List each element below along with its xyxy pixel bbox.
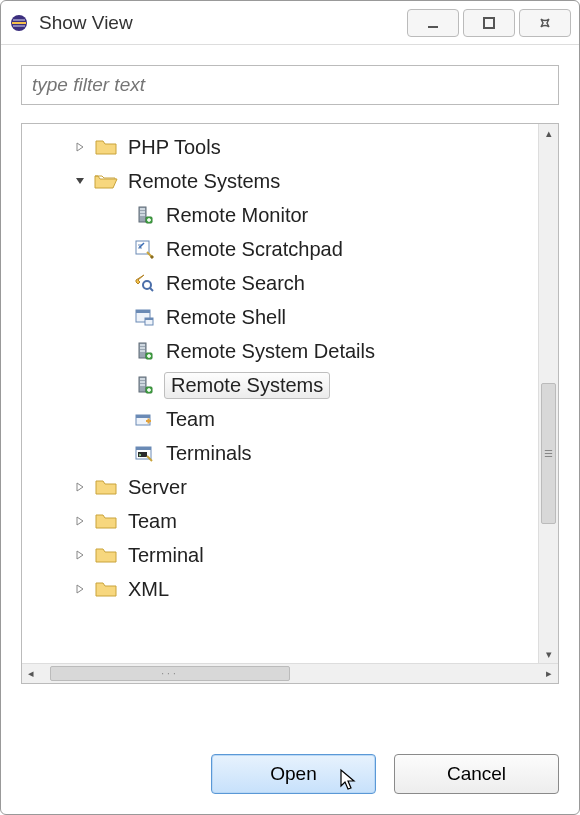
folder-icon bbox=[94, 137, 118, 157]
tree-item-label: Remote Systems bbox=[126, 169, 282, 194]
svg-rect-26 bbox=[140, 384, 145, 386]
tree-item-label: Server bbox=[126, 475, 189, 500]
expand-icon[interactable] bbox=[72, 139, 88, 155]
tree-item-label: PHP Tools bbox=[126, 135, 223, 160]
tree-item[interactable]: Remote Monitor bbox=[22, 198, 558, 232]
tree-item[interactable]: XML bbox=[22, 572, 558, 606]
vertical-scroll-thumb[interactable]: ☰ bbox=[541, 383, 556, 524]
server-icon bbox=[132, 205, 156, 225]
svg-rect-21 bbox=[140, 350, 145, 352]
scroll-left-arrow-icon[interactable]: ◂ bbox=[22, 665, 40, 683]
svg-rect-9 bbox=[140, 214, 145, 216]
svg-rect-19 bbox=[140, 344, 145, 346]
expand-icon[interactable] bbox=[72, 479, 88, 495]
dialog-content: PHP ToolsRemote SystemsRemote MonitorRem… bbox=[1, 45, 579, 814]
team-icon bbox=[132, 409, 156, 429]
tree-item[interactable]: Remote System Details bbox=[22, 334, 558, 368]
tree-item[interactable]: Team bbox=[22, 504, 558, 538]
svg-rect-5 bbox=[484, 18, 494, 28]
filter-input[interactable] bbox=[21, 65, 559, 105]
tree-item[interactable]: Remote Systems bbox=[22, 368, 558, 402]
tree-item-label: Remote Systems bbox=[164, 372, 330, 399]
expand-icon[interactable] bbox=[72, 547, 88, 563]
svg-rect-20 bbox=[140, 347, 145, 349]
button-bar: Open Cancel bbox=[21, 754, 559, 794]
tree-container: PHP ToolsRemote SystemsRemote MonitorRem… bbox=[21, 123, 559, 684]
tree-item-label: Remote System Details bbox=[164, 339, 377, 364]
search-icon bbox=[132, 273, 156, 293]
svg-rect-3 bbox=[13, 25, 25, 26]
tree-item-label: Terminal bbox=[126, 543, 206, 568]
svg-rect-1 bbox=[12, 22, 26, 24]
tree-item-label: Remote Scratchpad bbox=[164, 237, 345, 262]
svg-rect-17 bbox=[145, 318, 153, 320]
scroll-down-arrow-icon[interactable]: ▾ bbox=[540, 645, 558, 663]
tree-item-label: XML bbox=[126, 577, 171, 602]
dialog-title: Show View bbox=[39, 12, 403, 34]
svg-point-12 bbox=[139, 246, 141, 248]
collapse-icon[interactable] bbox=[72, 173, 88, 189]
maximize-button[interactable] bbox=[463, 9, 515, 37]
svg-rect-24 bbox=[140, 378, 145, 380]
folder-open-icon bbox=[94, 171, 118, 191]
folder-icon bbox=[94, 579, 118, 599]
folder-icon bbox=[94, 511, 118, 531]
cancel-button-label: Cancel bbox=[447, 763, 506, 785]
server-icon bbox=[132, 375, 156, 395]
vertical-scroll-track[interactable]: ☰ bbox=[539, 142, 558, 645]
titlebar: Show View bbox=[1, 1, 579, 45]
expand-icon[interactable] bbox=[72, 581, 88, 597]
vertical-scrollbar[interactable]: ▴ ☰ ▾ bbox=[538, 124, 558, 663]
scroll-up-arrow-icon[interactable]: ▴ bbox=[540, 124, 558, 142]
tree-item-label: Terminals bbox=[164, 441, 254, 466]
tree-item[interactable]: PHP Tools bbox=[22, 130, 558, 164]
open-button-label: Open bbox=[270, 763, 316, 785]
open-button[interactable]: Open bbox=[211, 754, 376, 794]
window-controls bbox=[403, 9, 571, 37]
shell-icon bbox=[132, 307, 156, 327]
tree-item-label: Remote Shell bbox=[164, 305, 288, 330]
mouse-cursor-icon bbox=[339, 768, 359, 797]
tree-item[interactable]: Terminals bbox=[22, 436, 558, 470]
eclipse-icon bbox=[9, 13, 29, 33]
tree-item[interactable]: Server bbox=[22, 470, 558, 504]
tree[interactable]: PHP ToolsRemote SystemsRemote MonitorRem… bbox=[22, 124, 558, 612]
folder-icon bbox=[94, 545, 118, 565]
tree-item[interactable]: Remote Systems bbox=[22, 164, 558, 198]
expand-icon[interactable] bbox=[72, 513, 88, 529]
terminal-icon bbox=[132, 443, 156, 463]
tree-scroll-area: PHP ToolsRemote SystemsRemote MonitorRem… bbox=[22, 124, 558, 663]
scratchpad-icon bbox=[132, 239, 156, 259]
horizontal-scroll-track[interactable]: ∙∙∙ bbox=[40, 664, 540, 683]
svg-rect-4 bbox=[428, 26, 438, 28]
svg-rect-31 bbox=[136, 447, 151, 450]
svg-point-13 bbox=[143, 281, 151, 289]
tree-item-label: Remote Search bbox=[164, 271, 307, 296]
cancel-button[interactable]: Cancel bbox=[394, 754, 559, 794]
folder-icon bbox=[94, 477, 118, 497]
horizontal-scrollbar[interactable]: ◂ ∙∙∙ ▸ bbox=[22, 663, 558, 683]
horizontal-scroll-thumb[interactable]: ∙∙∙ bbox=[50, 666, 290, 681]
tree-item-label: Remote Monitor bbox=[164, 203, 310, 228]
svg-rect-29 bbox=[136, 415, 150, 418]
svg-rect-15 bbox=[136, 310, 150, 313]
tree-item[interactable]: Remote Shell bbox=[22, 300, 558, 334]
minimize-button[interactable] bbox=[407, 9, 459, 37]
svg-rect-7 bbox=[140, 208, 145, 210]
server-icon bbox=[132, 341, 156, 361]
tree-item[interactable]: Team bbox=[22, 402, 558, 436]
close-button[interactable] bbox=[519, 9, 571, 37]
tree-item[interactable]: Terminal bbox=[22, 538, 558, 572]
dialog-window: Show View PHP ToolsRemote SystemsRemote … bbox=[0, 0, 580, 815]
svg-rect-8 bbox=[140, 211, 145, 213]
tree-item[interactable]: Remote Scratchpad bbox=[22, 232, 558, 266]
svg-rect-25 bbox=[140, 381, 145, 383]
scroll-right-arrow-icon[interactable]: ▸ bbox=[540, 665, 558, 683]
tree-item-label: Team bbox=[126, 509, 179, 534]
svg-rect-2 bbox=[13, 19, 25, 20]
tree-item[interactable]: Remote Search bbox=[22, 266, 558, 300]
tree-item-label: Team bbox=[164, 407, 217, 432]
